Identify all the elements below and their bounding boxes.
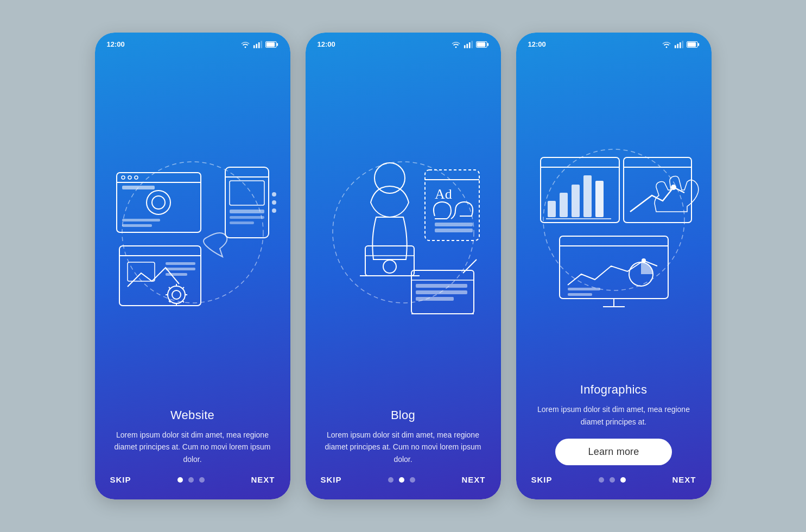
svg-text:Ad: Ad	[435, 186, 452, 202]
svg-rect-93	[568, 288, 600, 290]
time-3: 12:00	[528, 40, 546, 48]
illustration-1	[95, 52, 290, 408]
svg-rect-81	[583, 175, 592, 217]
body-3: Lorem ipsum dolor sit dim amet, mea regi…	[531, 403, 696, 428]
svg-rect-71	[682, 41, 683, 48]
svg-point-12	[135, 176, 138, 179]
phone-3: 12:00	[516, 33, 712, 499]
svg-rect-29	[128, 262, 155, 281]
svg-rect-43	[464, 45, 465, 48]
nav-bar-1: SKIP NEXT	[95, 465, 290, 484]
svg-rect-74	[687, 42, 695, 47]
svg-rect-65	[416, 297, 454, 301]
next-button-2[interactable]: NEXT	[461, 475, 485, 484]
svg-rect-23	[230, 221, 254, 224]
svg-rect-49	[477, 42, 485, 47]
dot-1-3	[199, 477, 205, 483]
illustration-2: Ad	[306, 52, 501, 408]
title-1: Website	[170, 408, 214, 422]
svg-rect-27	[119, 246, 201, 306]
svg-rect-68	[674, 45, 676, 48]
svg-rect-41	[166, 268, 195, 270]
svg-point-11	[128, 176, 131, 179]
svg-rect-80	[572, 185, 580, 217]
svg-rect-2	[258, 42, 259, 48]
nav-dots-2	[388, 477, 415, 483]
illustration-3	[516, 52, 712, 383]
svg-point-26	[272, 208, 276, 213]
svg-rect-42	[166, 273, 187, 276]
dot-2-1	[388, 477, 394, 483]
svg-point-10	[122, 176, 125, 179]
svg-rect-21	[230, 210, 264, 213]
svg-rect-70	[679, 42, 681, 48]
body-1: Lorem ipsum dolor sit dim amet, mea regi…	[110, 429, 275, 465]
nav-bar-3: SKIP NEXT	[516, 465, 712, 484]
svg-rect-44	[466, 43, 468, 48]
status-bar-1: 12:00	[95, 33, 290, 52]
phone-2: 12:00	[306, 33, 501, 499]
wifi-icon	[240, 41, 250, 48]
svg-rect-22	[230, 216, 264, 219]
svg-rect-15	[122, 186, 155, 189]
content-3: Infographics Lorem ipsum dolor sit dim a…	[516, 383, 712, 465]
svg-point-13	[147, 191, 170, 214]
nav-bar-2: SKIP NEXT	[306, 465, 501, 484]
title-3: Infographics	[580, 383, 647, 397]
wifi-icon	[451, 41, 461, 48]
svg-rect-6	[266, 42, 274, 47]
svg-rect-48	[487, 43, 488, 46]
svg-rect-79	[560, 193, 568, 217]
skip-button-3[interactable]: SKIP	[531, 475, 553, 484]
dot-1-1	[177, 477, 183, 483]
status-bar-3: 12:00	[516, 33, 712, 52]
title-2: Blog	[391, 408, 415, 422]
dot-3-2	[610, 477, 615, 483]
svg-rect-3	[261, 41, 262, 48]
dot-1-2	[188, 477, 194, 483]
svg-line-36	[169, 287, 170, 289]
time-2: 12:00	[318, 40, 335, 48]
nav-dots-1	[177, 477, 205, 483]
svg-rect-8	[117, 173, 201, 232]
learn-more-button[interactable]: Learn more	[555, 439, 671, 465]
svg-point-54	[383, 260, 396, 273]
signal-icon	[253, 41, 263, 48]
svg-line-38	[182, 287, 184, 289]
status-icons-2	[451, 41, 489, 48]
phones-container: 12:00	[95, 33, 712, 499]
content-2: Blog Lorem ipsum dolor sit dim amet, mea…	[306, 408, 501, 465]
content-1: Website Lorem ipsum dolor sit dim amet, …	[95, 408, 290, 465]
svg-rect-40	[166, 262, 195, 265]
battery-icon	[476, 41, 489, 48]
svg-rect-64	[416, 290, 467, 294]
svg-point-24	[272, 192, 276, 197]
dot-2-2	[399, 477, 404, 483]
battery-icon	[687, 41, 700, 48]
dot-2-3	[410, 477, 415, 483]
svg-rect-78	[548, 201, 556, 217]
svg-point-86	[671, 185, 676, 190]
svg-rect-45	[468, 42, 470, 48]
next-button-3[interactable]: NEXT	[672, 475, 696, 484]
wifi-icon	[662, 41, 671, 48]
svg-rect-94	[568, 293, 592, 296]
svg-rect-63	[416, 284, 467, 288]
next-button-1[interactable]: NEXT	[251, 475, 275, 484]
skip-button-1[interactable]: SKIP	[110, 475, 131, 484]
svg-point-14	[152, 196, 165, 209]
svg-rect-69	[677, 43, 678, 48]
battery-icon	[265, 41, 278, 48]
skip-button-2[interactable]: SKIP	[321, 475, 342, 484]
svg-rect-16	[122, 219, 160, 221]
svg-rect-5	[276, 43, 278, 46]
signal-icon	[674, 41, 684, 48]
phone-1: 12:00	[95, 33, 290, 499]
svg-rect-18	[225, 167, 269, 238]
dot-3-1	[599, 477, 604, 483]
svg-rect-73	[697, 43, 699, 46]
status-icons-3	[662, 41, 700, 48]
svg-point-31	[172, 290, 181, 299]
svg-line-37	[182, 301, 184, 302]
svg-rect-59	[435, 223, 473, 226]
